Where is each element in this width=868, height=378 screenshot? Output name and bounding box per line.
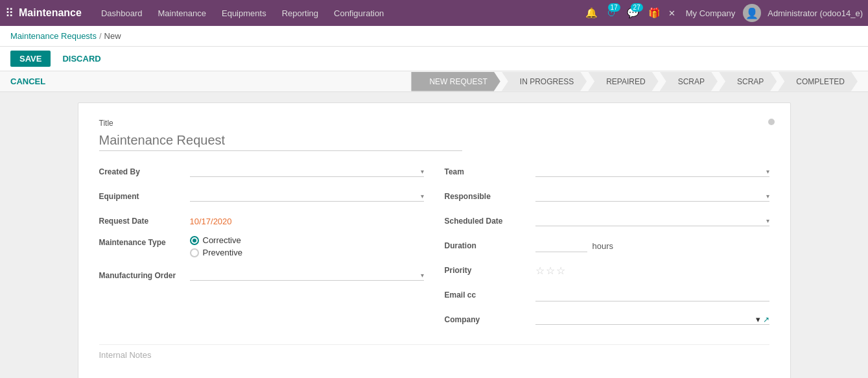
created-by-label: Created By <box>99 167 190 176</box>
equipment-label: Equipment <box>99 192 190 201</box>
preventive-radio[interactable]: Preventive <box>190 248 242 257</box>
app-grid-icon[interactable]: ⠿ <box>5 6 14 20</box>
preventive-label: Preventive <box>203 248 242 257</box>
manufacturing-order-row: Manufacturing Order ▾ <box>99 265 424 286</box>
email-cc-input[interactable] <box>535 289 769 301</box>
priority-row: Priority ☆ ☆ ☆ <box>445 260 769 281</box>
main-content: Title Created By Administrator ▾ Equipme… <box>0 92 868 378</box>
equipment-input[interactable] <box>190 191 421 201</box>
status-step-completed[interactable]: COMPLETED <box>778 72 858 91</box>
corrective-radio-dot <box>190 236 199 245</box>
status-step-scrap-1[interactable]: SCRAP <box>660 72 718 91</box>
duration-row: Duration 00:00 hours <box>445 235 769 256</box>
form-right: Team Internal Maintenance ▾ Responsible … <box>445 161 769 334</box>
internal-notes[interactable]: Internal Notes <box>99 344 769 365</box>
email-cc-label: Email cc <box>445 290 535 300</box>
corrective-label: Corrective <box>203 235 241 245</box>
status-step-repaired[interactable]: REPAIRED <box>588 72 658 91</box>
status-step-new-request[interactable]: NEW REQUEST <box>411 72 500 91</box>
created-by-chevron: ▾ <box>421 168 424 175</box>
team-row: Team Internal Maintenance ▾ <box>445 161 769 182</box>
internal-notes-placeholder: Internal Notes <box>99 350 152 360</box>
title-label: Title <box>99 119 769 128</box>
scheduled-date-chevron: ▾ <box>766 217 769 224</box>
top-navigation: ⠿ Maintenance Dashboard Maintenance Equi… <box>0 0 868 26</box>
app-title: Maintenance <box>19 7 82 19</box>
duration-input[interactable]: 00:00 <box>535 239 587 252</box>
company-field[interactable]: My Company ▾ ↗ <box>535 314 769 325</box>
maintenance-type-row: Maintenance Type Corrective Preventive <box>99 235 424 257</box>
save-button[interactable]: SAVE <box>10 51 51 67</box>
manufacturing-order-label: Manufacturing Order <box>99 271 190 280</box>
duration-field: 00:00 hours <box>535 239 614 252</box>
created-by-input[interactable]: Administrator <box>190 167 421 176</box>
equipment-chevron: ▾ <box>421 193 424 200</box>
manufacturing-order-field[interactable]: ▾ <box>190 270 424 281</box>
breadcrumb-separator: / <box>99 31 102 41</box>
request-date-value[interactable]: 10/17/2020 <box>190 217 232 226</box>
nav-configuration[interactable]: Configuration <box>327 8 390 18</box>
created-by-field[interactable]: Administrator ▾ <box>190 167 424 177</box>
status-step-in-progress[interactable]: IN PROGRESS <box>502 72 587 91</box>
request-date-label: Request Date <box>99 217 190 226</box>
gift-icon[interactable]: 🎁 <box>648 7 661 19</box>
cancel-button[interactable]: CANCEL <box>10 71 45 91</box>
star-3[interactable]: ☆ <box>556 265 565 277</box>
priority-label: Priority <box>445 266 535 275</box>
team-field[interactable]: Internal Maintenance ▾ <box>535 167 769 177</box>
message-icon[interactable]: 💬 27 <box>627 7 639 19</box>
request-date-row: Request Date 10/17/2020 <box>99 211 424 231</box>
close-icon[interactable]: ✕ <box>668 8 675 18</box>
corrective-radio[interactable]: Corrective <box>190 235 242 245</box>
responsible-input[interactable] <box>535 191 766 201</box>
scheduled-date-label: Scheduled Date <box>445 217 535 226</box>
form-left: Created By Administrator ▾ Equipment ▾ <box>99 161 424 334</box>
scheduled-date-input[interactable] <box>535 216 766 226</box>
status-bar: CANCEL NEW REQUEST IN PROGRESS REPAIRED … <box>0 71 868 92</box>
form-body: Created By Administrator ▾ Equipment ▾ <box>99 161 769 334</box>
manufacturing-order-input[interactable] <box>190 270 421 280</box>
preventive-radio-dot <box>190 248 199 257</box>
company-label: Company <box>445 315 535 324</box>
action-bar: SAVE DISCARD <box>0 47 868 71</box>
star-2[interactable]: ☆ <box>546 265 555 277</box>
company-input[interactable]: My Company <box>535 314 756 324</box>
message-badge: 27 <box>631 3 643 12</box>
priority-stars: ☆ ☆ ☆ <box>535 265 565 277</box>
responsible-label: Responsible <box>445 192 535 201</box>
manufacturing-order-chevron: ▾ <box>421 272 424 279</box>
status-indicator-dot <box>768 119 775 125</box>
duration-label: Duration <box>445 241 535 250</box>
nav-equipments[interactable]: Equipments <box>215 8 273 18</box>
breadcrumb-parent[interactable]: Maintenance Requests <box>10 31 97 41</box>
bell-icon[interactable]: 🔔 <box>585 7 598 19</box>
created-by-row: Created By Administrator ▾ <box>99 161 424 182</box>
scheduled-date-field[interactable]: ▾ <box>535 216 769 226</box>
team-chevron: ▾ <box>766 168 769 175</box>
title-input[interactable] <box>99 130 462 151</box>
star-1[interactable]: ☆ <box>535 265 545 277</box>
team-input[interactable]: Internal Maintenance <box>535 167 766 176</box>
duration-unit: hours <box>592 241 614 251</box>
nav-maintenance[interactable]: Maintenance <box>152 8 213 18</box>
status-steps: NEW REQUEST IN PROGRESS REPAIRED SCRAP S… <box>411 72 858 91</box>
breadcrumb-current: New <box>104 31 121 41</box>
nav-reporting[interactable]: Reporting <box>276 8 325 18</box>
form-card: Title Created By Administrator ▾ Equipme… <box>78 102 791 378</box>
clock-icon[interactable]: ⏱ 17 <box>607 7 616 19</box>
company-chevron: ▾ <box>756 314 760 324</box>
equipment-field[interactable]: ▾ <box>190 191 424 202</box>
breadcrumb: Maintenance Requests / New <box>0 26 868 47</box>
responsible-row: Responsible ▾ <box>445 186 769 207</box>
scheduled-date-row: Scheduled Date ▾ <box>445 211 769 231</box>
nav-dashboard[interactable]: Dashboard <box>95 8 149 18</box>
discard-button[interactable]: DISCARD <box>56 51 107 67</box>
title-section: Title <box>99 119 769 151</box>
status-step-scrap-2[interactable]: SCRAP <box>719 72 777 91</box>
email-cc-row: Email cc <box>445 285 769 305</box>
company-name: My Company <box>686 8 736 18</box>
responsible-field[interactable]: ▾ <box>535 191 769 202</box>
external-link-icon[interactable]: ↗ <box>763 315 769 324</box>
user-avatar[interactable]: 👤 <box>743 4 761 22</box>
maintenance-type-group: Corrective Preventive <box>190 235 242 257</box>
